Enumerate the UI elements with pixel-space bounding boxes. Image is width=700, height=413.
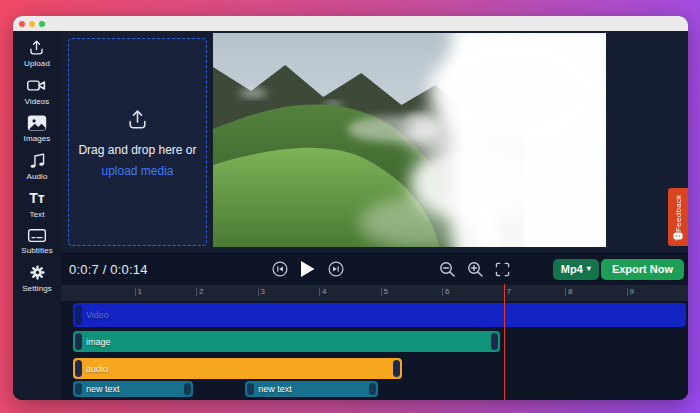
track-row-image: image bbox=[61, 331, 688, 352]
skip-back-icon bbox=[272, 261, 288, 277]
skip-forward-icon bbox=[328, 261, 344, 277]
track-row-video: Video bbox=[61, 303, 688, 327]
zoom-in-icon bbox=[467, 261, 484, 278]
minimize-window-button[interactable] bbox=[29, 21, 35, 27]
sidebar-item-text[interactable]: Tᴛ Text bbox=[29, 189, 44, 219]
fit-screen-button[interactable] bbox=[495, 262, 510, 277]
sidebar-item-subtitles[interactable]: Subtitles bbox=[21, 227, 53, 255]
track-row-audio: audio bbox=[61, 358, 688, 379]
sidebar-item-audio[interactable]: Audio bbox=[27, 151, 48, 181]
sidebar-item-images[interactable]: Images bbox=[24, 114, 51, 143]
timeline-zoom-controls bbox=[439, 254, 510, 284]
main-panel: Drag and drop here or upload media bbox=[61, 31, 688, 400]
sidebar-item-label: Upload bbox=[24, 59, 50, 68]
sidebar-item-upload[interactable]: Upload bbox=[24, 38, 50, 68]
timeline-clip-text[interactable]: new text bbox=[245, 381, 378, 397]
ruler-tick: 9 bbox=[627, 288, 628, 296]
timeline-ruler[interactable]: 123456789 bbox=[61, 285, 688, 301]
app-window: Upload Videos bbox=[13, 16, 688, 400]
ruler-tick: 2 bbox=[196, 288, 197, 296]
text-icon: Tᴛ bbox=[29, 189, 44, 208]
zoom-out-icon bbox=[439, 261, 456, 278]
maximize-window-button[interactable] bbox=[39, 21, 45, 27]
ruler-tick: 5 bbox=[381, 288, 382, 296]
clip-label: new text bbox=[245, 384, 292, 394]
sidebar-item-videos[interactable]: Videos bbox=[25, 76, 50, 106]
upload-media-link[interactable]: upload media bbox=[101, 164, 173, 178]
zoom-in-button[interactable] bbox=[467, 261, 484, 278]
sidebar-item-label: Settings bbox=[22, 284, 52, 293]
timeline-clip-video[interactable]: Video bbox=[73, 303, 686, 327]
ruler-tick: 3 bbox=[258, 288, 259, 296]
close-window-button[interactable] bbox=[19, 21, 25, 27]
playhead[interactable] bbox=[504, 284, 506, 400]
video-preview bbox=[213, 33, 606, 247]
settings-icon bbox=[28, 263, 47, 282]
sidebar-item-settings[interactable]: Settings bbox=[22, 263, 52, 293]
export-now-button[interactable]: Export Now bbox=[601, 259, 684, 280]
chevron-down-icon: ▾ bbox=[587, 265, 591, 273]
format-select-button[interactable]: Mp4 ▾ bbox=[553, 259, 599, 280]
clip-label: image bbox=[73, 337, 111, 347]
ruler-tick: 6 bbox=[442, 288, 443, 296]
export-controls: Mp4 ▾ Export Now bbox=[553, 254, 684, 284]
format-label: Mp4 bbox=[561, 263, 583, 275]
audio-icon bbox=[28, 151, 46, 170]
sidebar: Upload Videos bbox=[13, 31, 61, 400]
timeline-clip-audio[interactable]: audio bbox=[73, 358, 402, 379]
time-display: 0:0:7 / 0:0:14 bbox=[69, 254, 148, 284]
timeline[interactable]: 123456789 Video image audio new textnew … bbox=[61, 284, 688, 400]
play-icon bbox=[301, 261, 315, 277]
ruler-tick: 8 bbox=[565, 288, 566, 296]
skip-forward-button[interactable] bbox=[328, 261, 344, 277]
playback-controls-bar: 0:0:7 / 0:0:14 bbox=[61, 253, 688, 284]
sidebar-item-label: Audio bbox=[27, 172, 48, 181]
sidebar-item-label: Text bbox=[29, 210, 44, 219]
videos-icon bbox=[26, 76, 47, 95]
upload-icon bbox=[27, 38, 46, 57]
skip-back-button[interactable] bbox=[272, 261, 288, 277]
ruler-tick: 4 bbox=[319, 288, 320, 296]
zoom-out-button[interactable] bbox=[439, 261, 456, 278]
upload-dropzone[interactable]: Drag and drop here or upload media bbox=[68, 38, 207, 246]
track-row-text: new textnew text bbox=[61, 381, 688, 397]
desktop-background: Upload Videos bbox=[0, 0, 700, 413]
transport-controls bbox=[272, 254, 344, 284]
dropzone-text: Drag and drop here or bbox=[78, 143, 196, 157]
sidebar-item-label: Images bbox=[24, 134, 51, 143]
timeline-clip-text[interactable]: new text bbox=[73, 381, 193, 397]
sidebar-item-label: Videos bbox=[25, 97, 50, 106]
media-pane: Drag and drop here or upload media bbox=[61, 31, 688, 253]
images-icon bbox=[27, 114, 47, 132]
app-content: Upload Videos bbox=[13, 31, 688, 400]
mountain-scene-illustration bbox=[213, 33, 606, 247]
upload-icon bbox=[125, 107, 150, 136]
sidebar-item-label: Subtitles bbox=[21, 246, 53, 255]
clip-label: new text bbox=[73, 384, 120, 394]
clip-label: audio bbox=[73, 364, 108, 374]
fit-screen-icon bbox=[495, 262, 510, 277]
subtitles-icon bbox=[27, 227, 47, 244]
clip-label: Video bbox=[73, 310, 109, 320]
ruler-tick: 1 bbox=[135, 288, 136, 296]
feedback-button[interactable]: Feedback bbox=[668, 188, 688, 246]
window-titlebar bbox=[13, 16, 688, 31]
feedback-label: Feedback bbox=[668, 194, 688, 232]
feedback-chat-icon bbox=[673, 232, 683, 241]
play-button[interactable] bbox=[301, 261, 315, 277]
timeline-clip-image[interactable]: image bbox=[73, 331, 500, 352]
